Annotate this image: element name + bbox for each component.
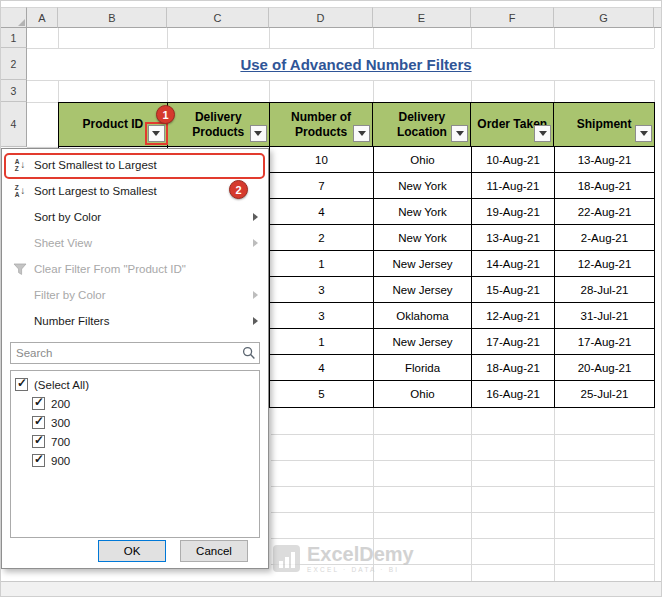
menu-item-label: Number Filters	[34, 315, 109, 327]
menu-item-sort-by-color[interactable]: Sort by Color	[2, 204, 268, 230]
shipment-filter-button[interactable]	[635, 125, 652, 142]
cell-delivery-location[interactable]: New Jersey	[374, 329, 472, 354]
cell-number-of-products[interactable]: 3	[270, 303, 374, 328]
cell-delivery-location[interactable]: Florida	[374, 355, 472, 380]
cell-shipment[interactable]: 31-Jul-21	[555, 303, 654, 328]
cell-delivery-location[interactable]: Oklahoma	[374, 303, 472, 328]
cell-delivery-location[interactable]: New York	[374, 173, 472, 198]
cell-delivery-location[interactable]: New Jersey	[374, 251, 472, 276]
header-delivery-location[interactable]: Delivery Location	[373, 103, 471, 146]
cell-delivery-location[interactable]: Ohio	[374, 381, 472, 407]
column-header-c[interactable]: C	[167, 7, 269, 28]
order-taken-filter-button[interactable]	[534, 125, 551, 142]
worksheet-title: Use of Advanced Number Filters	[58, 48, 654, 80]
filter-check-item[interactable]: ✓200	[15, 394, 259, 413]
check-label: 900	[51, 455, 70, 467]
cell-number-of-products[interactable]: 7	[270, 173, 374, 198]
watermark-name: ExcelDemy	[307, 544, 414, 564]
delivery-products-filter-button[interactable]	[250, 125, 267, 142]
header-number-of-products[interactable]: Number of Products	[270, 103, 374, 146]
cell-shipment[interactable]: 20-Aug-21	[555, 355, 654, 380]
dropdown-arrow-icon	[254, 131, 262, 136]
search-input[interactable]	[10, 342, 260, 364]
submenu-arrow-icon	[253, 213, 258, 221]
submenu-arrow-icon	[253, 317, 258, 325]
checkbox-icon[interactable]: ✓	[15, 378, 28, 391]
cell-order-taken[interactable]: 16-Aug-21	[472, 381, 555, 407]
cancel-button[interactable]: Cancel	[180, 540, 248, 562]
cell-shipment[interactable]: 22-Aug-21	[555, 199, 654, 224]
product-id-filter-button[interactable]	[148, 125, 165, 142]
checkbox-icon[interactable]: ✓	[32, 454, 45, 467]
column-header-f[interactable]: F	[471, 7, 554, 28]
checkbox-icon[interactable]: ✓	[32, 416, 45, 429]
header-label: Shipment	[577, 117, 632, 132]
dropdown-arrow-icon	[358, 131, 366, 136]
cell-delivery-location[interactable]: New York	[374, 199, 472, 224]
search-row	[10, 342, 260, 364]
cell-number-of-products[interactable]: 4	[270, 355, 374, 380]
column-header-d[interactable]: D	[269, 7, 373, 28]
cell-delivery-location[interactable]: New Jersey	[374, 277, 472, 302]
submenu-arrow-icon	[253, 291, 258, 299]
cell-number-of-products[interactable]: 4	[270, 199, 374, 224]
cell-order-taken[interactable]: 12-Aug-21	[472, 303, 555, 328]
filter-check-item[interactable]: ✓700	[15, 432, 259, 451]
header-shipment[interactable]: Shipment	[554, 103, 654, 146]
clear-filter-funnel-icon	[9, 263, 31, 276]
cell-order-taken[interactable]: 19-Aug-21	[472, 199, 555, 224]
cell-shipment[interactable]: 18-Aug-21	[555, 173, 654, 198]
cell-order-taken[interactable]: 15-Aug-21	[472, 277, 555, 302]
checkbox-icon[interactable]: ✓	[32, 397, 45, 410]
cell-number-of-products[interactable]: 5	[270, 381, 374, 407]
cell-number-of-products[interactable]: 2	[270, 225, 374, 250]
cell-order-taken[interactable]: 10-Aug-21	[472, 147, 555, 172]
menu-item-sheet-view: Sheet View	[2, 230, 268, 256]
header-product-id[interactable]: Product ID	[59, 103, 168, 146]
column-header-e[interactable]: E	[373, 7, 471, 28]
header-delivery-products[interactable]: Delivery Products	[168, 103, 270, 146]
filter-checklist: ✓(Select All)✓200✓300✓700✓900	[10, 370, 260, 538]
cell-number-of-products[interactable]: 1	[270, 251, 374, 276]
cell-shipment[interactable]: 28-Jul-21	[555, 277, 654, 302]
cell-number-of-products[interactable]: 3	[270, 277, 374, 302]
number-of-products-filter-button[interactable]	[353, 125, 370, 142]
column-header-g[interactable]: G	[554, 7, 654, 28]
menu-item-sort-largest-to-smallest[interactable]: ZA ↓ Sort Largest to Smallest	[2, 178, 268, 204]
ok-button[interactable]: OK	[98, 540, 166, 562]
cell-number-of-products[interactable]: 1	[270, 329, 374, 354]
column-header-b[interactable]: B	[58, 7, 167, 28]
cell-shipment[interactable]: 17-Aug-21	[555, 329, 654, 354]
autofilter-menu: AZ ↓ Sort Smallest to Largest ZA ↓ Sort …	[1, 148, 269, 569]
cell-order-taken[interactable]: 18-Aug-21	[472, 355, 555, 380]
row-header-1[interactable]: 1	[1, 28, 27, 48]
delivery-location-filter-button[interactable]	[451, 125, 468, 142]
select-all-corner[interactable]	[1, 7, 27, 28]
menu-item-label: Clear Filter From "Product ID"	[34, 263, 186, 275]
cell-shipment[interactable]: 25-Jul-21	[555, 381, 654, 407]
row-header-3[interactable]: 3	[1, 80, 27, 102]
dropdown-arrow-icon	[152, 131, 160, 136]
menu-item-number-filters[interactable]: Number Filters	[2, 308, 268, 334]
cell-order-taken[interactable]: 13-Aug-21	[472, 225, 555, 250]
row-header-2[interactable]: 2	[1, 48, 27, 80]
filter-check-item[interactable]: ✓(Select All)	[15, 375, 259, 394]
column-header-a[interactable]: A	[27, 7, 58, 28]
cell-delivery-location[interactable]: New York	[374, 225, 472, 250]
filter-check-item[interactable]: ✓900	[15, 451, 259, 470]
menu-item-sort-smallest-to-largest[interactable]: AZ ↓ Sort Smallest to Largest	[2, 152, 268, 178]
row-header-4[interactable]: 4	[1, 102, 27, 147]
excel-window: A B C D E F G 1 2 3 4 Use of Advanced Nu…	[0, 0, 662, 597]
checkbox-icon[interactable]: ✓	[32, 435, 45, 448]
check-label: (Select All)	[34, 379, 89, 391]
header-order-taken[interactable]: Order Taken	[471, 103, 554, 146]
cell-order-taken[interactable]: 11-Aug-21	[472, 173, 555, 198]
cell-shipment[interactable]: 12-Aug-21	[555, 251, 654, 276]
cell-number-of-products[interactable]: 10	[270, 147, 374, 172]
cell-shipment[interactable]: 2-Aug-21	[555, 225, 654, 250]
filter-check-item[interactable]: ✓300	[15, 413, 259, 432]
cell-order-taken[interactable]: 14-Aug-21	[472, 251, 555, 276]
cell-shipment[interactable]: 13-Aug-21	[555, 147, 654, 172]
cell-delivery-location[interactable]: Ohio	[374, 147, 472, 172]
cell-order-taken[interactable]: 17-Aug-21	[472, 329, 555, 354]
